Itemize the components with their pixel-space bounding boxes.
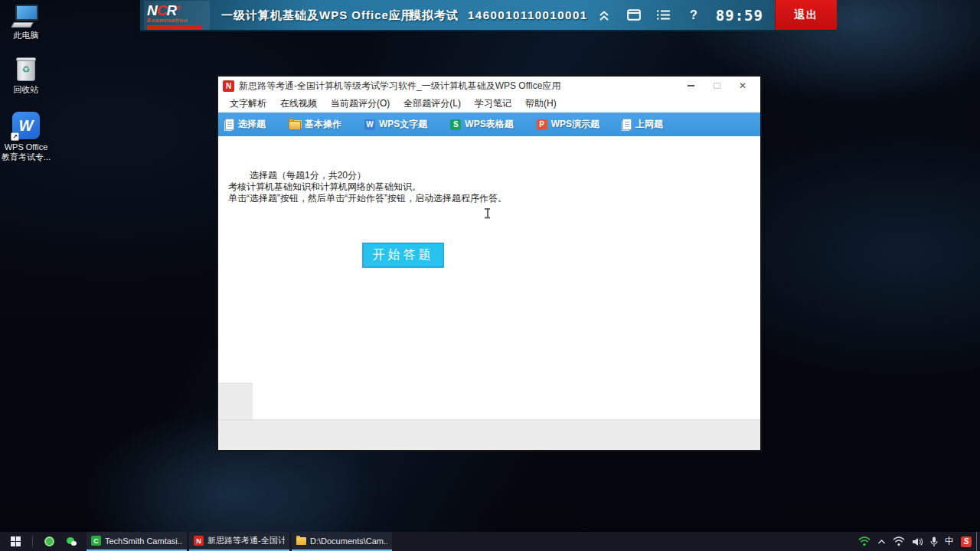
ncr-logo: NCR® Examination (144, 1, 210, 30)
taskbar-button-camtasia[interactable]: C TechSmith Camtasi... (87, 532, 187, 551)
tab-wps-spreadsheet[interactable]: S WPS表格题 (450, 118, 513, 131)
desktop-icon-recycle-bin[interactable]: ♻ 回收站 (0, 57, 52, 95)
green-app-tray-icon[interactable] (44, 536, 55, 547)
question-instructions: 单击“选择题”按钮，然后单击“开始作答”按钮，启动选择题程序作答。 (228, 193, 748, 204)
document-icon (225, 119, 234, 130)
wifi-green-icon[interactable] (858, 536, 871, 546)
desktop-icon-label: 此电脑 (14, 31, 39, 41)
menu-item-help[interactable]: 帮助(H) (518, 95, 564, 112)
document-icon (622, 119, 632, 130)
camtasia-icon: C (91, 536, 101, 546)
text-cursor (484, 207, 491, 219)
question-type-toolbar: 选择题 基本操作 W WPS文字题 S WPS表格题 P WPS演示题 上网题 (218, 112, 760, 136)
panel-corner-notch (218, 383, 253, 419)
question-list-icon[interactable] (656, 8, 671, 23)
exam-app-window: N 新思路等考通-全国计算机等级考试学习软件_一级计算机基础及WPS Offic… (217, 75, 762, 452)
desktop-icon-label: 回收站 (14, 85, 39, 95)
taskbar-button-explorer[interactable]: D:\Documents\Cam... (292, 532, 392, 551)
menu-item-online-video[interactable]: 在线视频 (273, 95, 324, 112)
sogou-input-icon[interactable]: S (961, 536, 972, 547)
start-answering-button[interactable]: 开始答题 (362, 243, 444, 268)
desktop-icon-wps-office[interactable]: W ↗ WPS Office 教育考试专... (0, 112, 52, 162)
system-tray: 中 S (858, 532, 976, 551)
shortcut-arrow-icon: ↗ (11, 132, 19, 141)
maximize-button[interactable] (704, 77, 730, 94)
exam-type-label: 模拟考试 (410, 8, 459, 21)
close-button[interactable]: ✕ (730, 77, 756, 94)
window-title: 新思路等考通-全国计算机等级考试学习软件_一级计算机基础及WPS Office应… (239, 80, 678, 93)
window-icon[interactable] (626, 8, 642, 23)
tab-wps-presentation[interactable]: P WPS演示题 (537, 118, 599, 131)
menu-item-text-analysis[interactable]: 文字解析 (223, 95, 273, 112)
exit-button[interactable]: 退出 (775, 0, 837, 30)
exam-app-icon: N (194, 536, 204, 546)
start-button[interactable] (0, 532, 31, 551)
collapse-chevrons-icon[interactable] (596, 8, 612, 23)
question-description: 考核计算机基础知识和计算机网络的基础知识。 (228, 181, 748, 193)
exam-id: 1460010110010001 (468, 8, 588, 21)
app-icon: N (223, 80, 234, 92)
exam-timer: 89:59 (716, 7, 763, 24)
show-desktop-button[interactable] (976, 532, 980, 551)
menu-item-study-notes[interactable]: 学习笔记 (468, 95, 518, 112)
volume-icon[interactable] (912, 537, 923, 546)
windows-logo-icon (11, 536, 21, 546)
ime-language-indicator[interactable]: 中 (945, 535, 954, 548)
recycle-bin-icon: ♻ (16, 57, 36, 82)
menu-bar: 文字解析 在线视频 当前题评分(O) 全部题评分(L) 学习笔记 帮助(H) (218, 95, 760, 112)
question-section-title: 选择题（每题1分，共20分） (228, 170, 748, 181)
tab-wps-writer[interactable]: W WPS文字题 (364, 118, 427, 131)
question-description-panel: 选择题（每题1分，共20分） 考核计算机基础知识和计算机网络的基础知识。 单击“… (218, 136, 760, 419)
tab-basic-operations[interactable]: 基本操作 (289, 118, 341, 131)
wechat-icon[interactable] (66, 536, 77, 547)
desktop-icon-this-pc[interactable]: 此电脑 (0, 5, 52, 41)
network-icon[interactable] (893, 536, 905, 546)
window-footer (218, 419, 760, 450)
help-icon[interactable]: ? (686, 8, 701, 23)
wps-presentation-icon: P (537, 119, 547, 130)
tab-multiple-choice[interactable]: 选择题 (225, 118, 266, 131)
window-titlebar[interactable]: N 新思路等考通-全国计算机等级考试学习软件_一级计算机基础及WPS Offic… (218, 77, 760, 95)
taskbar: C TechSmith Camtasi... N 新思路等考通-全国计... D… (0, 532, 980, 551)
folder-icon (289, 121, 301, 130)
tab-internet[interactable]: 上网题 (622, 118, 663, 131)
wps-writer-icon: W (364, 119, 375, 130)
this-pc-icon (12, 5, 40, 28)
taskbar-button-exam-app[interactable]: N 新思路等考通-全国计... (189, 532, 289, 551)
desktop-icon-label: WPS Office 教育考试专... (2, 142, 51, 162)
course-title: 一级计算机基础及WPS Office应用 (221, 8, 413, 23)
menu-item-current-score[interactable]: 当前题评分(O) (324, 95, 397, 112)
desktop-icon-column: 此电脑 ♻ 回收站 W ↗ WPS Office 教育考试专... (0, 5, 52, 179)
microphone-icon[interactable] (930, 536, 938, 547)
folder-icon (296, 537, 306, 545)
exam-topbar: NCR® Examination 一级计算机基础及WPS Office应用 模拟… (140, 0, 837, 31)
exam-info: 模拟考试1460010110010001 (410, 8, 588, 23)
wps-spreadsheet-icon: S (450, 119, 461, 130)
menu-item-all-score[interactable]: 全部题评分(L) (397, 95, 468, 112)
taskbar-divider (32, 536, 33, 547)
minimize-button[interactable] (678, 77, 704, 94)
tray-expand-chevron-icon[interactable] (877, 539, 886, 545)
wps-office-icon: W ↗ (12, 112, 40, 139)
